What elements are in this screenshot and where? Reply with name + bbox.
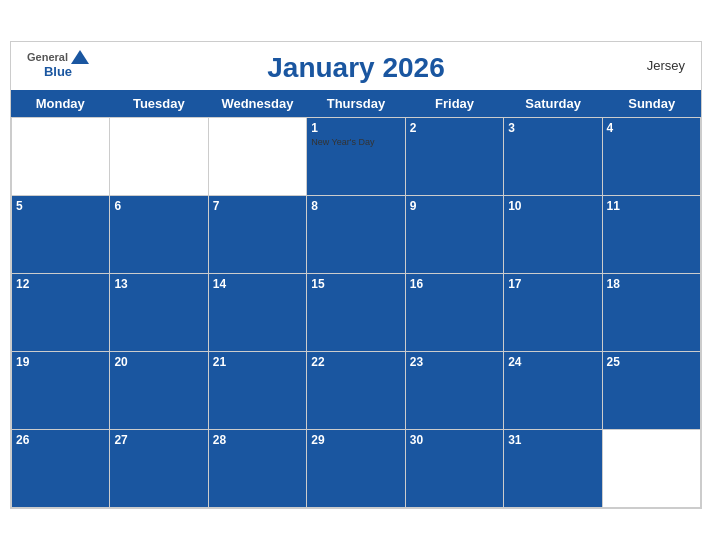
date-number: 25 (607, 355, 696, 369)
calendar-cell: 8 (307, 196, 405, 274)
calendar-cell: 30 (406, 430, 504, 508)
calendar-cell: 5 (12, 196, 110, 274)
country-label: Jersey (647, 58, 685, 73)
date-number: 10 (508, 199, 597, 213)
day-friday: Friday (405, 90, 504, 117)
calendar-cell: 23 (406, 352, 504, 430)
date-number: 15 (311, 277, 400, 291)
date-number: 19 (16, 355, 105, 369)
calendar-cell (209, 118, 307, 196)
calendar-cell: 29 (307, 430, 405, 508)
date-number: 26 (16, 433, 105, 447)
calendar-cell: 22 (307, 352, 405, 430)
date-number: 3 (508, 121, 597, 135)
calendar-cell: 4 (603, 118, 701, 196)
date-number: 6 (114, 199, 203, 213)
date-number: 4 (607, 121, 696, 135)
date-number: 5 (16, 199, 105, 213)
calendar-cell: 15 (307, 274, 405, 352)
date-number: 14 (213, 277, 302, 291)
svg-marker-0 (71, 50, 89, 64)
date-number: 16 (410, 277, 499, 291)
calendar-cell: 1New Year's Day (307, 118, 405, 196)
date-number: 12 (16, 277, 105, 291)
calendar-cell: 14 (209, 274, 307, 352)
calendar: General Blue January 2026 Jersey Monday … (10, 41, 702, 509)
logo-icon (71, 50, 89, 64)
date-number: 28 (213, 433, 302, 447)
holiday-label: New Year's Day (311, 137, 400, 147)
calendar-cell: 27 (110, 430, 208, 508)
month-title: January 2026 (267, 52, 444, 84)
date-number: 18 (607, 277, 696, 291)
day-thursday: Thursday (307, 90, 406, 117)
logo-general-text: General (27, 51, 68, 63)
logo-blue-text: Blue (44, 64, 72, 79)
calendar-cell: 3 (504, 118, 602, 196)
calendar-cell: 2 (406, 118, 504, 196)
calendar-cell: 20 (110, 352, 208, 430)
date-number: 24 (508, 355, 597, 369)
calendar-cell (110, 118, 208, 196)
calendar-cell: 16 (406, 274, 504, 352)
calendar-cell: 24 (504, 352, 602, 430)
date-number: 31 (508, 433, 597, 447)
calendar-cell (603, 430, 701, 508)
date-number: 1 (311, 121, 400, 135)
date-number: 20 (114, 355, 203, 369)
date-number: 23 (410, 355, 499, 369)
calendar-cell: 13 (110, 274, 208, 352)
calendar-cell: 10 (504, 196, 602, 274)
calendar-cell: 7 (209, 196, 307, 274)
calendar-cell: 25 (603, 352, 701, 430)
date-number: 2 (410, 121, 499, 135)
calendar-cell: 21 (209, 352, 307, 430)
date-number: 9 (410, 199, 499, 213)
date-number: 17 (508, 277, 597, 291)
date-number: 27 (114, 433, 203, 447)
calendar-cell: 6 (110, 196, 208, 274)
date-number: 29 (311, 433, 400, 447)
date-number: 22 (311, 355, 400, 369)
calendar-cell: 19 (12, 352, 110, 430)
date-number: 7 (213, 199, 302, 213)
calendar-cell: 9 (406, 196, 504, 274)
days-header: Monday Tuesday Wednesday Thursday Friday… (11, 90, 701, 117)
day-sunday: Sunday (602, 90, 701, 117)
day-tuesday: Tuesday (110, 90, 209, 117)
calendar-cell: 26 (12, 430, 110, 508)
calendar-cell (12, 118, 110, 196)
calendar-header: General Blue January 2026 Jersey (11, 42, 701, 90)
date-number: 30 (410, 433, 499, 447)
date-number: 11 (607, 199, 696, 213)
calendar-cell: 12 (12, 274, 110, 352)
date-number: 21 (213, 355, 302, 369)
calendar-grid: 1New Year's Day2345678910111213141516171… (11, 117, 701, 508)
logo: General Blue (27, 50, 89, 79)
date-number: 8 (311, 199, 400, 213)
date-number: 13 (114, 277, 203, 291)
day-wednesday: Wednesday (208, 90, 307, 117)
day-monday: Monday (11, 90, 110, 117)
calendar-cell: 17 (504, 274, 602, 352)
calendar-cell: 28 (209, 430, 307, 508)
calendar-cell: 18 (603, 274, 701, 352)
calendar-cell: 31 (504, 430, 602, 508)
day-saturday: Saturday (504, 90, 603, 117)
calendar-cell: 11 (603, 196, 701, 274)
